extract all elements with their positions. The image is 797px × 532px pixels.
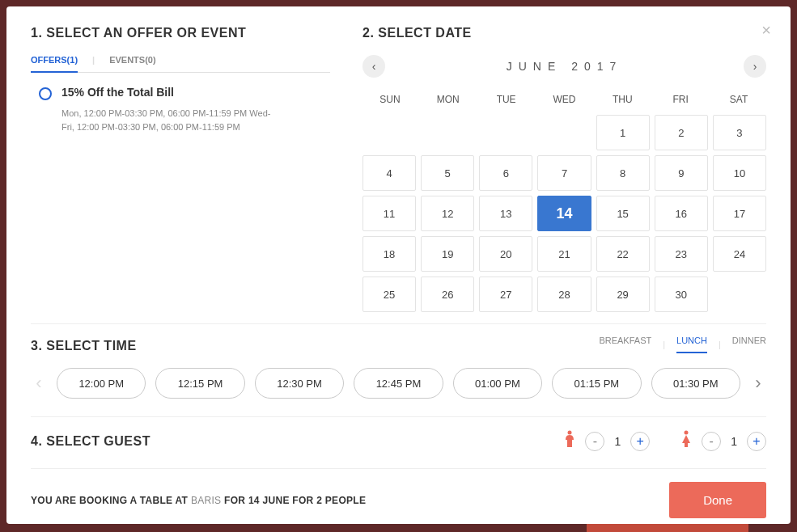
dow-label: MON bbox=[421, 94, 476, 105]
time-slot[interactable]: 12:45 PM bbox=[354, 368, 443, 399]
svg-point-1 bbox=[685, 431, 689, 435]
time-slot[interactable]: 12:00 PM bbox=[57, 368, 146, 399]
male-minus-button[interactable]: - bbox=[585, 432, 604, 451]
close-icon[interactable]: × bbox=[761, 21, 771, 40]
time-slot[interactable]: 12:30 PM bbox=[255, 368, 344, 399]
female-minus-button[interactable]: - bbox=[702, 432, 721, 451]
calendar-day[interactable]: 11 bbox=[362, 196, 416, 231]
tab-offers[interactable]: OFFERS(1) bbox=[31, 55, 78, 73]
calendar-empty-cell bbox=[479, 115, 532, 150]
svg-point-0 bbox=[568, 431, 572, 435]
time-slot[interactable]: 01:00 PM bbox=[453, 368, 542, 399]
dow-label: TUE bbox=[479, 94, 534, 105]
calendar-grid: 1234567891011121314151617181920212223242… bbox=[362, 115, 766, 312]
calendar-day[interactable]: 17 bbox=[713, 196, 766, 231]
tab-breakfast[interactable]: BREAKFAST bbox=[599, 336, 651, 353]
calendar-day[interactable]: 10 bbox=[713, 155, 766, 191]
female-icon bbox=[680, 430, 692, 452]
tab-events[interactable]: EVENTS(0) bbox=[109, 55, 155, 73]
calendar-day[interactable]: 15 bbox=[596, 196, 650, 231]
calendar-day[interactable]: 18 bbox=[362, 236, 416, 272]
month-prev-button[interactable]: ‹ bbox=[362, 55, 385, 78]
calendar-day[interactable]: 16 bbox=[655, 196, 708, 231]
calendar-day[interactable]: 24 bbox=[713, 236, 766, 272]
tab-separator: | bbox=[92, 55, 95, 65]
calendar-day[interactable]: 21 bbox=[537, 236, 591, 272]
calendar-day[interactable]: 22 bbox=[596, 236, 650, 272]
time-next-button[interactable]: › bbox=[750, 373, 766, 394]
female-count: 1 bbox=[731, 435, 737, 448]
calendar-day[interactable]: 9 bbox=[655, 155, 708, 191]
time-slot[interactable]: 12:15 PM bbox=[155, 368, 244, 399]
dow-label: FRI bbox=[653, 94, 708, 105]
calendar-day[interactable]: 30 bbox=[655, 277, 708, 312]
section-2-title: 2. SELECT DATE bbox=[362, 26, 766, 40]
offer-event-tabs: OFFERS(1) | EVENTS(0) bbox=[31, 55, 330, 73]
calendar-empty-cell bbox=[537, 115, 591, 150]
dow-label: THU bbox=[595, 94, 650, 105]
day-of-week-row: SUNMONTUEWEDTHUFRISAT bbox=[362, 94, 766, 105]
calendar-day[interactable]: 5 bbox=[421, 155, 474, 191]
month-label: JUNE 2017 bbox=[385, 60, 744, 73]
calendar-day[interactable]: 14 bbox=[537, 196, 591, 231]
section-1-title: 1. SELECT AN OFFER OR EVENT bbox=[31, 26, 330, 40]
calendar-day[interactable]: 29 bbox=[596, 277, 650, 312]
offer-title: 15% Off the Total Bill bbox=[61, 86, 280, 99]
reservation-modal: × 1. SELECT AN OFFER OR EVENT OFFERS(1) … bbox=[6, 6, 791, 524]
calendar-day[interactable]: 3 bbox=[713, 115, 766, 150]
calendar-day[interactable]: 6 bbox=[479, 155, 532, 191]
calendar-day[interactable]: 23 bbox=[655, 236, 708, 272]
calendar-day[interactable]: 20 bbox=[479, 236, 532, 272]
booking-summary: YOU ARE BOOKING A TABLE AT BARIS FOR 14 … bbox=[31, 495, 366, 506]
month-next-button[interactable]: › bbox=[744, 55, 766, 78]
calendar-empty-cell bbox=[362, 115, 416, 150]
calendar-day[interactable]: 12 bbox=[421, 196, 474, 231]
male-plus-button[interactable]: + bbox=[630, 432, 650, 451]
tab-lunch[interactable]: LUNCH bbox=[676, 336, 707, 353]
dow-label: SAT bbox=[711, 94, 766, 105]
calendar-day[interactable]: 7 bbox=[537, 155, 591, 191]
calendar-day[interactable]: 19 bbox=[421, 236, 474, 272]
dow-label: SUN bbox=[362, 94, 418, 105]
calendar-day[interactable]: 27 bbox=[479, 277, 532, 312]
time-prev-button[interactable]: ‹ bbox=[31, 373, 47, 394]
time-slot[interactable]: 01:15 PM bbox=[552, 368, 641, 399]
female-plus-button[interactable]: + bbox=[747, 432, 766, 451]
guest-controls: - 1 + - 1 + bbox=[564, 430, 766, 452]
calendar-day[interactable]: 28 bbox=[537, 277, 591, 312]
calendar-day[interactable]: 8 bbox=[596, 155, 650, 191]
meal-tabs: BREAKFAST | LUNCH | DINNER bbox=[599, 336, 766, 353]
radio-icon[interactable] bbox=[39, 87, 52, 100]
time-slot-row: ‹ 12:00 PM12:15 PM12:30 PM12:45 PM01:00 … bbox=[31, 368, 766, 399]
calendar-day[interactable]: 1 bbox=[596, 115, 650, 150]
meal-sep-2: | bbox=[719, 340, 721, 349]
calendar-day[interactable]: 13 bbox=[479, 196, 532, 231]
section-4-title: 4. SELECT GUEST bbox=[31, 434, 150, 449]
male-count: 1 bbox=[614, 435, 621, 448]
done-button[interactable]: Done bbox=[669, 482, 766, 518]
calendar-day[interactable]: 25 bbox=[362, 277, 416, 312]
calendar-empty-cell bbox=[421, 115, 474, 150]
meal-sep-1: | bbox=[663, 340, 665, 349]
calendar-day[interactable]: 4 bbox=[362, 155, 416, 191]
calendar-day[interactable]: 26 bbox=[421, 277, 474, 312]
time-slot[interactable]: 01:30 PM bbox=[651, 368, 740, 399]
male-icon bbox=[564, 430, 575, 452]
section-3-title: 3. SELECT TIME bbox=[31, 339, 137, 353]
tab-dinner[interactable]: DINNER bbox=[732, 336, 766, 353]
dow-label: WED bbox=[537, 94, 592, 105]
calendar-day[interactable]: 2 bbox=[655, 115, 708, 150]
offer-item[interactable]: 15% Off the Total Bill Mon, 12:00 PM-03:… bbox=[31, 73, 330, 146]
offer-subtitle: Mon, 12:00 PM-03:30 PM, 06:00 PM-11:59 P… bbox=[61, 107, 280, 133]
